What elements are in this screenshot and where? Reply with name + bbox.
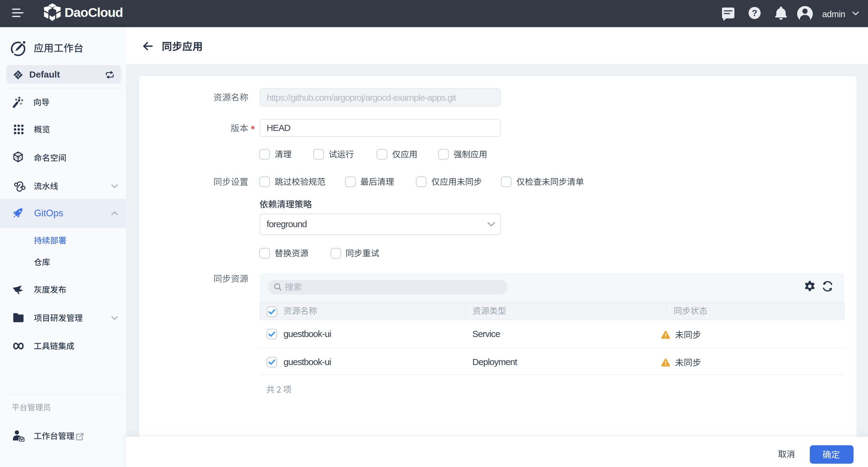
svg-text:?: ? [752,8,757,18]
